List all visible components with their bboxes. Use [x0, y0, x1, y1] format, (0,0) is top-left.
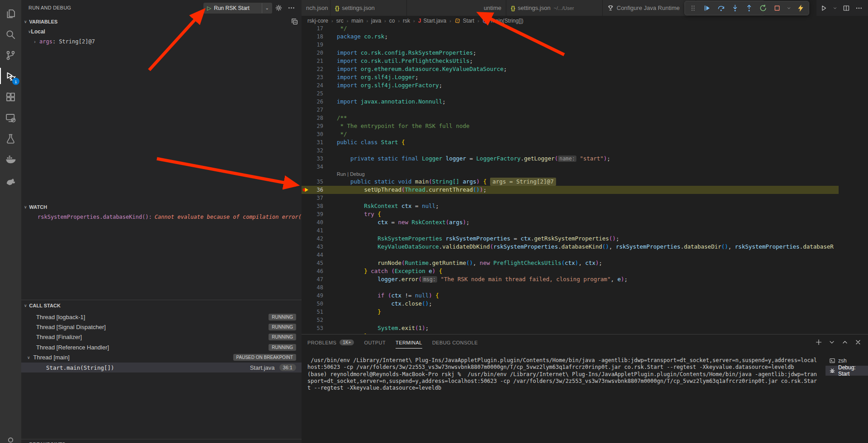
code-line-27[interactable]: 27	[302, 106, 839, 114]
line-number[interactable]: 40	[311, 218, 323, 226]
code-line-53[interactable]: 53System.exit(1);	[302, 324, 839, 332]
line-number[interactable]: 53	[311, 324, 323, 332]
line-number[interactable]: 22	[311, 65, 323, 73]
activity-bar-item-gradle[interactable]	[0, 170, 21, 190]
tab-untime[interactable]: untime	[407, 0, 506, 16]
code-line-31[interactable]: 31public class Start {	[302, 138, 839, 146]
activity-bar-item-account[interactable]	[0, 431, 21, 443]
code-line-29[interactable]: 29 * The entrypoint for the RSK full nod…	[302, 122, 839, 130]
code-line-34[interactable]: 34	[302, 163, 839, 171]
line-number[interactable]: 26	[311, 98, 323, 106]
code-line-42[interactable]: 42RskSystemProperties rskSystemPropertie…	[302, 235, 839, 243]
breadcrumb[interactable]: rskj-core›src›main›java›co›rsk›JStart.ja…	[302, 16, 839, 26]
line-number[interactable]: 49	[311, 292, 323, 300]
stop-dropdown-chevron[interactable]	[787, 4, 791, 13]
code-line-47[interactable]: 47logger.error(msg: "The RSK node main t…	[302, 275, 839, 283]
codelens-run-debug[interactable]: Run | Debug	[337, 171, 365, 178]
tab-settings-json[interactable]: {}settings.json~/.../User	[506, 0, 603, 16]
call-stack-section-header[interactable]: ∨ CALL STACK	[21, 301, 302, 311]
split-editor-icon[interactable]	[843, 5, 850, 12]
breadcrumb-item-main[interactable]: main	[351, 18, 363, 24]
call-stack-thread-row[interactable]: Thread [logback-1]RUNNING	[21, 312, 302, 322]
line-number[interactable]: 43	[311, 243, 323, 251]
code-line-28[interactable]: 28/**	[302, 114, 839, 122]
step-out-button[interactable]	[745, 4, 754, 13]
call-stack-thread-row[interactable]: Thread [Reference Handler]RUNNING	[21, 342, 302, 352]
line-number[interactable]: 51	[311, 308, 323, 316]
restart-button[interactable]	[759, 4, 768, 13]
activity-bar-item-explorer[interactable]	[0, 4, 21, 24]
activity-bar-item-source-control[interactable]	[0, 45, 21, 65]
code-line-54[interactable]: 54}	[302, 332, 839, 334]
line-number[interactable]: 20	[311, 49, 323, 57]
code-line-37[interactable]: 37	[302, 194, 839, 202]
line-number[interactable]: 29	[311, 122, 323, 130]
breadcrumb-item-start-java[interactable]: JStart.java	[418, 18, 446, 24]
code-line-35[interactable]: 35public static void main(String[] args)…	[302, 178, 839, 186]
terminal-list-item-debug-start[interactable]: Debug: Start	[826, 366, 868, 376]
line-number[interactable]: 39	[311, 210, 323, 218]
line-number[interactable]: 33	[311, 155, 323, 163]
maximize-panel-icon[interactable]	[841, 339, 849, 346]
line-number[interactable]: 24	[311, 81, 323, 90]
code-line-22[interactable]: 22import org.ethereum.datasource.KeyValu…	[302, 65, 839, 73]
more-actions-icon[interactable]	[855, 5, 863, 12]
code-line-49[interactable]: 49if (ctx != null) {	[302, 292, 839, 300]
code-line-18[interactable]: 18package co.rsk;	[302, 33, 839, 41]
line-number[interactable]: 52	[311, 316, 323, 324]
code-line-25[interactable]: 25	[302, 90, 839, 98]
code-line-32[interactable]: 32	[302, 146, 839, 155]
code-editor[interactable]: 17 */18package co.rsk;1920import co.rsk.…	[302, 16, 839, 334]
watch-section-header[interactable]: ∨ WATCH	[21, 202, 302, 212]
chevron-down-icon[interactable]: ⌄	[262, 3, 269, 13]
code-line-26[interactable]: 26import javax.annotation.Nonnull;	[302, 98, 839, 106]
code-line-36[interactable]: 36setUpThread(Thread.currentThread());	[302, 186, 839, 194]
line-number[interactable]: 46	[311, 267, 323, 275]
code-line-48[interactable]: 48	[302, 283, 839, 292]
code-line-41[interactable]: 41	[302, 226, 839, 235]
breadcrumb-item-main-string-[interactable]: main(String[])	[482, 18, 524, 24]
line-number[interactable]: 32	[311, 146, 323, 155]
close-panel-icon[interactable]	[854, 339, 862, 346]
watch-expression-row[interactable]: rskSystemProperties.databaseKind(): Cann…	[21, 212, 302, 222]
code-line-45[interactable]: 45runNode(Runtime.getRuntime(), new Pref…	[302, 259, 839, 267]
call-stack-thread-row[interactable]: Thread [Finalizer]RUNNING	[21, 332, 302, 342]
panel-tab-problems[interactable]: PROBLEMS1K+	[307, 335, 354, 350]
run-dropdown-chevron-icon[interactable]	[833, 5, 837, 12]
breakpoints-section-header[interactable]: ∨ BREAKPOINTS	[21, 439, 302, 443]
activity-bar-item-remote[interactable]	[0, 108, 21, 127]
code-line-33[interactable]: 33private static final Logger logger = L…	[302, 155, 839, 163]
line-number[interactable]: 35	[311, 178, 323, 186]
line-number[interactable]: 27	[311, 106, 323, 114]
run-file-icon[interactable]	[820, 5, 827, 12]
run-configuration-button[interactable]: ▷ Run RSK Start ⌄	[203, 3, 272, 14]
stop-button[interactable]	[773, 4, 782, 13]
code-line-50[interactable]: 50ctx.close();	[302, 300, 839, 308]
line-number[interactable]: 21	[311, 57, 323, 65]
panel-tab-output[interactable]: OUTPUT	[364, 335, 386, 350]
breadcrumb-item-rskj-core[interactable]: rskj-core	[307, 18, 328, 24]
terminal-output[interactable]: /usr/bin/env /Library/Internet\ Plug-Ins…	[307, 357, 821, 391]
breadcrumb-item-start[interactable]: Start	[454, 18, 474, 24]
activity-bar-item-testing[interactable]	[0, 128, 21, 148]
code-line-30[interactable]: 30 */	[302, 130, 839, 138]
variables-section-header[interactable]: ∨ VARIABLES	[21, 17, 302, 27]
code-line-39[interactable]: 39try {	[302, 210, 839, 218]
line-number[interactable]: 34	[311, 163, 323, 171]
sidebar-more-actions-icon[interactable]	[288, 4, 296, 12]
code-line-46[interactable]: 46} catch (Exception e) {	[302, 267, 839, 275]
code-line-20[interactable]: 20import co.rsk.config.RskSystemProperti…	[302, 49, 839, 57]
hot-code-replace-button[interactable]	[796, 4, 805, 13]
code-line-51[interactable]: 51}	[302, 308, 839, 316]
activity-bar-item-search[interactable]	[0, 24, 21, 44]
line-number[interactable]: 25	[311, 90, 323, 98]
line-number[interactable]: 41	[311, 226, 323, 235]
code-line-38[interactable]: 38RskContext ctx = null;	[302, 202, 839, 210]
code-line-40[interactable]: 40ctx = new RskContext(args);	[302, 218, 839, 226]
new-terminal-icon[interactable]	[815, 339, 822, 346]
line-number[interactable]: 36	[311, 186, 323, 194]
code-line-19[interactable]: 19	[302, 41, 839, 49]
variables-scope-local[interactable]: ∨ Local	[21, 27, 302, 37]
drag-handle[interactable]	[689, 4, 698, 13]
current-breakpoint-icon[interactable]	[302, 187, 310, 193]
